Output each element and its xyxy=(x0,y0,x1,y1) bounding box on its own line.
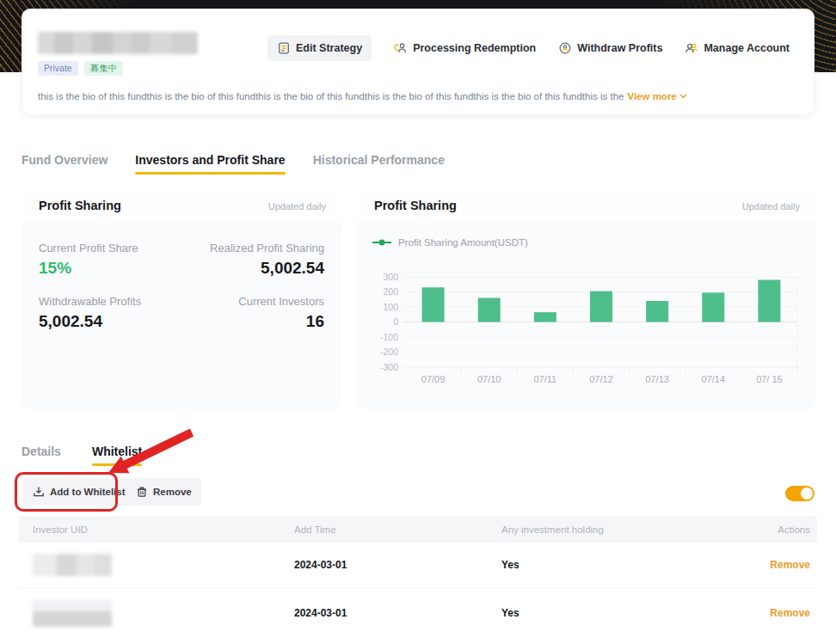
fund-badges: Private 募集中 xyxy=(38,61,123,76)
recruiting-badge: 募集中 xyxy=(84,61,124,76)
tab-details[interactable]: Details xyxy=(22,445,61,466)
stat-label: Withdrawable Profits xyxy=(39,295,141,308)
withdraw-profits-label: Withdraw Profits xyxy=(577,42,662,54)
stat-value: 16 xyxy=(238,312,324,331)
add-time-cell: 2024-03-01 xyxy=(294,607,501,619)
tab-historical-performance[interactable]: Historical Performance xyxy=(313,153,445,175)
col-investment-holding: Any investment holding xyxy=(501,524,740,535)
manage-account-label: Manage Account xyxy=(704,42,790,54)
table-row: 2024-03-01 Yes Remove xyxy=(19,587,817,637)
trash-icon xyxy=(136,486,148,498)
add-to-whitelist-label: Add to Whitelist xyxy=(50,487,126,497)
stat-value: 5,002.54 xyxy=(210,259,324,278)
svg-text:100: 100 xyxy=(383,302,398,312)
profit-sharing-chart-card: Profit Sharing Updated daily Profit Shar… xyxy=(357,187,815,409)
table-row: 2024-03-01 Yes Remove xyxy=(19,543,817,587)
svg-text:200: 200 xyxy=(383,286,398,297)
investor-uid-redacted xyxy=(33,554,112,576)
fund-bio: this is the bio of this fundthis is the … xyxy=(38,91,798,101)
edit-strategy-label: Edit Strategy xyxy=(296,42,362,54)
svg-text:07/14: 07/14 xyxy=(702,374,726,384)
section-tabs: Details Whitelist xyxy=(22,445,142,466)
add-to-whitelist-icon xyxy=(33,486,45,498)
tab-whitelist[interactable]: Whitelist xyxy=(92,445,142,466)
svg-text:07/10: 07/10 xyxy=(477,374,501,384)
stat-value: 15% xyxy=(39,259,138,278)
manage-account-button[interactable]: Manage Account xyxy=(685,41,790,55)
svg-text:07/13: 07/13 xyxy=(645,374,669,384)
manage-account-icon xyxy=(685,41,698,55)
holding-cell: Yes xyxy=(501,559,740,571)
row-remove-link[interactable]: Remove xyxy=(770,607,810,619)
stat-realized-profit-sharing: Realized Profit Sharing 5,002.54 xyxy=(210,242,324,278)
stat-value: 5,002.54 xyxy=(39,312,141,331)
investor-uid-redacted xyxy=(33,599,112,627)
col-investor-uid: Investor UID xyxy=(19,524,294,535)
table-header-row: Investor UID Add Time Any investment hol… xyxy=(19,516,817,543)
stat-withdrawable-profits: Withdrawable Profits 5,002.54 xyxy=(39,295,141,331)
svg-text:-200: -200 xyxy=(380,347,398,357)
svg-text:-300: -300 xyxy=(380,362,398,372)
chevron-down-icon xyxy=(679,94,687,99)
stats-card-header: Profit Sharing Updated daily xyxy=(22,187,341,224)
whitelist-toggle[interactable] xyxy=(785,486,814,501)
processing-redemption-button[interactable]: Processing Redemption xyxy=(394,41,536,55)
add-time-cell: 2024-03-01 xyxy=(294,559,501,571)
tab-fund-overview[interactable]: Fund Overview xyxy=(22,153,108,175)
add-to-whitelist-button[interactable]: Add to Whitelist xyxy=(23,478,135,506)
fund-bio-text: this is the bio of this fundthis is the … xyxy=(38,91,624,101)
holding-cell: Yes xyxy=(501,607,740,619)
view-more-label: View more xyxy=(627,91,676,101)
whitelist-table: Investor UID Add Time Any investment hol… xyxy=(19,516,817,637)
withdraw-profits-button[interactable]: Withdraw Profits xyxy=(558,41,662,55)
stats-card-title: Profit Sharing xyxy=(39,199,121,212)
stat-current-profit-share: Current Profit Share 15% xyxy=(39,242,138,278)
remove-button[interactable]: Remove xyxy=(126,478,201,506)
svg-text:07/11: 07/11 xyxy=(533,374,556,384)
processing-redemption-label: Processing Redemption xyxy=(413,42,536,54)
svg-text:07/12: 07/12 xyxy=(589,374,613,384)
stat-label: Current Profit Share xyxy=(39,242,138,255)
tab-investors-profit-share[interactable]: Investors and Profit Share xyxy=(135,153,285,175)
profit-sharing-bar-chart: 3002001000-100-200-30007/0907/1007/1107/… xyxy=(367,260,804,396)
stat-label: Current Investors xyxy=(238,295,324,308)
toggle-knob xyxy=(801,488,813,500)
profit-sharing-stats-card: Profit Sharing Updated daily Current Pro… xyxy=(22,187,341,409)
fund-management-page: Private 募集中 Edit Strategy xyxy=(0,0,836,644)
withdraw-profits-icon xyxy=(558,41,572,55)
edit-strategy-button[interactable]: Edit Strategy xyxy=(267,35,372,61)
svg-text:0: 0 xyxy=(393,316,398,327)
col-add-time: Add Time xyxy=(294,524,501,535)
fund-name-redacted xyxy=(38,32,198,54)
row-remove-link[interactable]: Remove xyxy=(770,559,810,571)
stat-label: Realized Profit Sharing xyxy=(210,242,324,255)
header-actions: Edit Strategy Processing Redemption With… xyxy=(267,35,790,61)
edit-strategy-icon xyxy=(277,41,291,55)
fund-header-card: Private 募集中 Edit Strategy xyxy=(22,9,814,115)
chart-card-title: Profit Sharing xyxy=(374,199,457,212)
svg-text:07/09: 07/09 xyxy=(421,374,446,384)
stat-current-investors: Current Investors 16 xyxy=(238,295,324,331)
chart-card-updated: Updated daily xyxy=(742,201,800,212)
legend-label: Profit Sharing Amount(USDT) xyxy=(398,237,528,248)
processing-redemption-icon xyxy=(394,41,408,55)
remove-button-label: Remove xyxy=(153,487,192,497)
chart-card-header: Profit Sharing Updated daily xyxy=(357,187,815,224)
svg-text:-100: -100 xyxy=(380,332,398,342)
private-badge: Private xyxy=(38,61,78,76)
main-tabs: Fund Overview Investors and Profit Share… xyxy=(22,153,445,175)
stats-card-updated: Updated daily xyxy=(268,201,326,212)
svg-text:07/ 15: 07/ 15 xyxy=(756,374,783,384)
legend-marker-icon xyxy=(372,239,391,246)
svg-text:300: 300 xyxy=(383,272,398,282)
view-more-link[interactable]: View more xyxy=(627,91,686,101)
col-actions: Actions xyxy=(740,524,817,535)
chart-legend: Profit Sharing Amount(USDT) xyxy=(372,237,528,248)
